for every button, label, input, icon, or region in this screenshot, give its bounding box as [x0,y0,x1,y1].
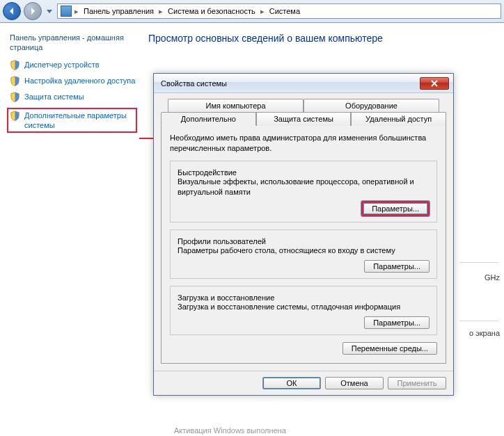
dialog-titlebar[interactable]: Свойства системы [154,74,453,93]
sidebar-link-label: Защита системы [24,92,84,102]
tab-computer-name[interactable]: Имя компьютера [168,99,304,112]
user-profiles-settings-button[interactable]: Параметры... [364,260,430,273]
computer-icon [61,6,72,17]
group-legend: Профили пользователей [178,237,266,245]
divider [459,321,498,321]
group-startup-recovery: Загрузка и восстановление Загрузка и вос… [170,286,437,335]
nav-bar: ▸ Панель управления ▸ Система и безопасн… [0,0,504,23]
sidebar-link-system-protection[interactable]: Защита системы [10,92,136,102]
cancel-button[interactable]: Отмена [325,377,384,389]
breadcrumb-item[interactable]: Панель управления [81,6,156,16]
tabs-row-back: Имя компьютера Оборудование [168,99,439,112]
group-user-profiles: Профили пользователей Параметры рабочего… [170,229,437,279]
group-description: Визуальные эффекты, использование процес… [178,177,430,197]
tab-advanced[interactable]: Дополнительно [161,112,256,126]
admin-note: Необходимо иметь права администратора дл… [170,133,437,154]
sidebar-link-advanced-settings[interactable]: Дополнительные параметры системы [7,108,137,134]
nav-back-button[interactable] [3,2,21,20]
chevron-right-icon[interactable]: ▸ [159,7,163,16]
page-title: Просмотр основных сведений о вашем компь… [148,33,497,44]
tab-system-protection[interactable]: Защита системы [256,112,352,126]
ok-button[interactable]: ОК [262,377,321,389]
group-description: Параметры рабочего стола, относящиеся ко… [178,245,430,256]
shield-icon [10,60,20,70]
group-legend: Загрузка и восстановление [178,293,274,302]
breadcrumb-item[interactable]: Система [267,6,302,16]
tab-hardware[interactable]: Оборудование [304,99,439,112]
sidebar-link-label: Диспетчер устройств [24,60,100,70]
nav-forward-button[interactable] [24,2,42,20]
bg-text-ghz: GHz [485,273,500,282]
shield-icon [10,92,20,102]
apply-button[interactable]: Применить [388,377,446,389]
dialog-footer: ОК Отмена Применить [154,371,453,395]
dialog-title-text: Свойства системы [161,79,420,88]
tab-content-advanced: Необходимо иметь права администратора дл… [161,125,446,364]
group-legend: Быстродействие [178,168,237,177]
address-bar[interactable]: ▸ Панель управления ▸ Система и безопасн… [57,3,501,19]
nav-history-dropdown[interactable] [45,2,54,20]
bg-text-screen: о экрана [469,329,500,337]
sidebar: Панель управления - домашняя страница Ди… [0,23,141,436]
sidebar-link-remote-settings[interactable]: Настройка удаленного доступа [10,76,136,86]
group-performance: Быстродействие Визуальные эффекты, испол… [170,161,437,223]
sidebar-link-label: Дополнительные параметры системы [24,111,134,131]
sidebar-heading: Панель управления - домашняя страница [10,33,136,53]
startup-recovery-settings-button[interactable]: Параметры... [364,316,430,329]
divider [459,262,498,263]
system-properties-dialog: Свойства системы Имя компьютера Оборудов… [153,73,454,396]
performance-settings-button[interactable]: Параметры... [361,201,430,216]
dialog-close-button[interactable] [420,77,449,90]
environment-variables-button[interactable]: Переменные среды... [342,342,437,355]
breadcrumb-item[interactable]: Система и безопасность [166,6,258,16]
group-description: Загрузка и восстановление системы, отлад… [178,302,430,312]
activation-status: Активация Windows выполнена [174,426,286,435]
sidebar-link-device-manager[interactable]: Диспетчер устройств [10,60,136,70]
chevron-right-icon[interactable]: ▸ [74,7,79,16]
tab-remote[interactable]: Удаленный доступ [351,112,446,126]
chevron-right-icon[interactable]: ▸ [260,7,265,16]
dialog-body: Имя компьютера Оборудование Дополнительн… [154,93,453,371]
tabs-row-front: Дополнительно Защита системы Удаленный д… [161,112,446,126]
sidebar-link-label: Настройка удаленного доступа [24,76,135,86]
shield-icon [10,111,20,121]
shield-icon [10,76,20,86]
